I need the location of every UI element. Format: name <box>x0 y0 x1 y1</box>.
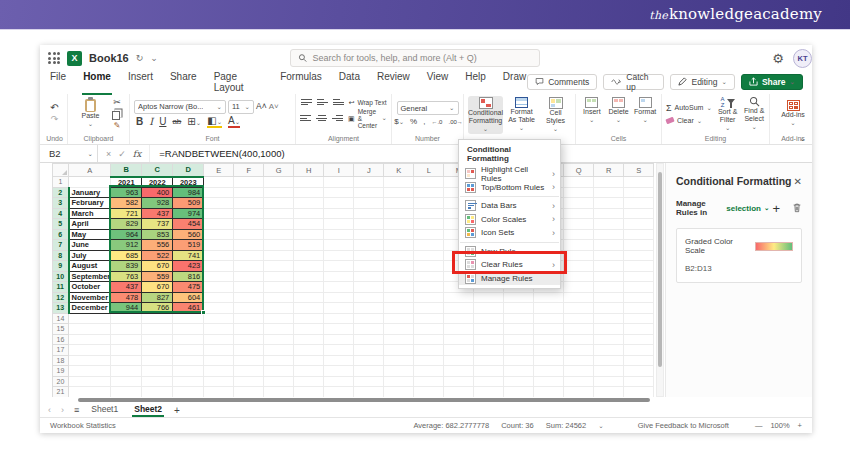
cell-styles-button[interactable]: Cell Styles⌄ <box>540 96 571 134</box>
decrease-decimal-icon[interactable]: .00→ <box>448 119 462 125</box>
row-header-18[interactable]: 18 <box>53 355 69 366</box>
cell-N19[interactable] <box>474 366 504 377</box>
cell-D19[interactable] <box>173 366 204 377</box>
rule-card[interactable]: Graded Color Scale B2:D13 <box>676 228 802 283</box>
cell-R3[interactable] <box>594 198 624 209</box>
cell-D4[interactable]: 974 <box>173 208 204 219</box>
tab-review[interactable]: Review <box>376 68 411 95</box>
clear-button[interactable]: Clear⌄ <box>666 117 702 125</box>
row-header-14[interactable]: 14 <box>53 313 69 324</box>
cell-G4[interactable] <box>264 208 294 219</box>
cell-B10[interactable]: 763 <box>111 271 142 282</box>
cell-Q17[interactable] <box>564 345 594 356</box>
cell-A6[interactable]: May <box>69 229 111 240</box>
cell-N15[interactable] <box>474 324 504 335</box>
tab-home[interactable]: Home <box>82 68 112 95</box>
find-select-button[interactable]: Find & Select⌄ <box>743 95 765 132</box>
cell-P13[interactable] <box>534 303 564 314</box>
cell-J13[interactable] <box>354 303 384 314</box>
cell-S12[interactable] <box>624 292 654 303</box>
cell-F5[interactable] <box>234 219 264 230</box>
tab-share[interactable]: Share <box>169 68 198 95</box>
cell-B17[interactable] <box>111 345 142 356</box>
cell-G2[interactable] <box>264 187 294 198</box>
cell-H20[interactable] <box>294 376 324 387</box>
cell-R14[interactable] <box>594 313 624 324</box>
zoom-out-icon[interactable]: — <box>755 421 763 430</box>
cell-K18[interactable] <box>384 355 414 366</box>
cell-B18[interactable] <box>111 355 142 366</box>
cell-Q20[interactable] <box>564 376 594 387</box>
undo-icon[interactable]: ↶ <box>50 103 58 113</box>
cell-C1[interactable]: 2022 <box>142 177 173 188</box>
cell-C11[interactable]: 670 <box>142 282 173 293</box>
cell-H15[interactable] <box>294 324 324 335</box>
editing-mode-button[interactable]: Editing⌄ <box>670 74 734 90</box>
cell-J9[interactable] <box>354 261 384 272</box>
column-header-J[interactable]: J <box>354 164 384 177</box>
cell-Q3[interactable] <box>564 198 594 209</box>
cell-H17[interactable] <box>294 345 324 356</box>
cell-J6[interactable] <box>354 229 384 240</box>
cell-A19[interactable] <box>69 366 111 377</box>
cell-R6[interactable] <box>594 229 624 240</box>
cell-F15[interactable] <box>234 324 264 335</box>
column-header-R[interactable]: R <box>594 164 624 177</box>
cell-N17[interactable] <box>474 345 504 356</box>
cell-H2[interactable] <box>294 187 324 198</box>
cell-I12[interactable] <box>324 292 354 303</box>
cell-M15[interactable] <box>444 324 474 335</box>
cell-I1[interactable] <box>324 177 354 188</box>
cell-D10[interactable]: 816 <box>173 271 204 282</box>
cell-K14[interactable] <box>384 313 414 324</box>
increase-decimal-icon[interactable]: ←.0 <box>431 119 442 125</box>
cell-G15[interactable] <box>264 324 294 335</box>
cell-F1[interactable] <box>234 177 264 188</box>
cell-J16[interactable] <box>354 334 384 345</box>
percent-format-icon[interactable]: % <box>410 117 417 126</box>
cell-A16[interactable] <box>69 334 111 345</box>
fill-color-icon[interactable]: ◧⌄ <box>207 116 222 128</box>
cell-H8[interactable] <box>294 250 324 261</box>
cell-E13[interactable] <box>204 303 234 314</box>
align-top-icon[interactable] <box>301 99 312 105</box>
tab-file[interactable]: File <box>49 68 67 95</box>
cell-L21[interactable] <box>414 387 444 398</box>
cell-L18[interactable] <box>414 355 444 366</box>
cell-G3[interactable] <box>264 198 294 209</box>
insert-function-icon[interactable]: fx <box>133 149 141 159</box>
cell-L6[interactable] <box>414 229 444 240</box>
row-header-11[interactable]: 11 <box>53 282 69 293</box>
cell-G19[interactable] <box>264 366 294 377</box>
paste-button[interactable]: Paste⌄ <box>72 98 109 129</box>
cell-H11[interactable] <box>294 282 324 293</box>
cell-S4[interactable] <box>624 208 654 219</box>
cell-R5[interactable] <box>594 219 624 230</box>
cell-J4[interactable] <box>354 208 384 219</box>
cell-M20[interactable] <box>444 376 474 387</box>
cell-L4[interactable] <box>414 208 444 219</box>
cell-D15[interactable] <box>173 324 204 335</box>
autosave-icon[interactable]: ↻ <box>136 53 144 63</box>
cell-A11[interactable]: October <box>69 282 111 293</box>
cell-K11[interactable] <box>384 282 414 293</box>
cell-M12[interactable] <box>444 292 474 303</box>
column-header-E[interactable]: E <box>204 164 234 177</box>
cell-C9[interactable]: 670 <box>142 261 173 272</box>
cell-M21[interactable] <box>444 387 474 398</box>
cell-L11[interactable] <box>414 282 444 293</box>
merge-center-button[interactable]: ▣Merge & Center⌄ <box>348 108 387 129</box>
cell-P20[interactable] <box>534 376 564 387</box>
cell-B9[interactable]: 839 <box>111 261 142 272</box>
column-header-L[interactable]: L <box>414 164 444 177</box>
underline-icon[interactable]: U <box>159 117 166 127</box>
cell-C16[interactable] <box>142 334 173 345</box>
collapse-ribbon-icon[interactable]: ⌄ <box>799 134 806 143</box>
cell-D17[interactable] <box>173 345 204 356</box>
app-launcher-icon[interactable] <box>48 52 60 64</box>
cell-I21[interactable] <box>324 387 354 398</box>
cell-I16[interactable] <box>324 334 354 345</box>
cell-Q1[interactable] <box>564 177 594 188</box>
cell-P12[interactable] <box>534 292 564 303</box>
cell-H3[interactable] <box>294 198 324 209</box>
